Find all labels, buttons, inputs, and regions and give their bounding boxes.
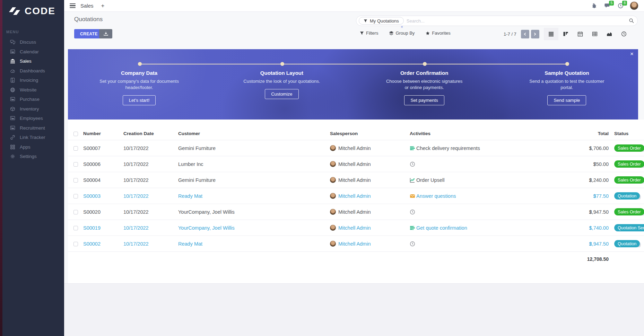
calendar-view-button[interactable] — [573, 28, 588, 40]
row-checkbox[interactable] — [73, 194, 78, 198]
envelope-icon[interactable] — [410, 193, 415, 199]
quotation-number[interactable]: S00004 — [82, 177, 121, 183]
chart-icon[interactable] — [410, 177, 415, 183]
sidebar-item-link-tracker[interactable]: Link Tracker — [0, 133, 64, 142]
header-creation-date[interactable]: Creation Date — [121, 123, 177, 136]
app-logo[interactable]: CODE — [0, 0, 64, 17]
row-checkbox[interactable] — [73, 146, 78, 151]
row-checkbox[interactable] — [73, 178, 78, 183]
header-number[interactable]: Number — [82, 123, 121, 136]
filters-button[interactable]: Filters — [360, 30, 378, 36]
pivot-view-button[interactable] — [588, 28, 602, 40]
header-salesperson[interactable]: Salesperson — [327, 123, 407, 136]
app-title[interactable]: Sales — [80, 3, 94, 9]
sidebar-item-settings[interactable]: Settings — [0, 152, 64, 161]
favorites-button[interactable]: Favorites — [426, 30, 450, 36]
status-badge: Quotation — [614, 192, 640, 200]
step-action-button[interactable]: Let's start! — [123, 95, 156, 105]
sidebar-item-calendar[interactable]: Calendar — [0, 47, 64, 57]
sidebar-item-recruitment[interactable]: Recruitment — [0, 123, 64, 133]
sidebar-item-invoicing[interactable]: $Invoicing — [0, 76, 64, 85]
activity-cell[interactable]: Get quote confirmation — [407, 225, 536, 231]
row-checkbox[interactable] — [73, 162, 78, 167]
sidebar-item-purchase[interactable]: Purchase — [0, 95, 64, 104]
table-row[interactable]: S0000710/17/2022Gemini FurnitureMitchell… — [68, 140, 644, 156]
activity-cell[interactable] — [407, 209, 536, 215]
select-all-checkbox[interactable] — [73, 132, 78, 136]
activity-cell[interactable]: Check delivery requirements — [407, 145, 536, 151]
table-row[interactable]: S0000410/17/2022Gemini FurnitureMitchell… — [68, 172, 644, 188]
link-icon — [10, 135, 15, 140]
new-tab-button[interactable]: + — [101, 2, 105, 9]
activity-cell[interactable] — [407, 161, 536, 167]
quotation-number[interactable]: S00003 — [82, 193, 121, 199]
search-input[interactable] — [407, 18, 629, 24]
tasks-icon[interactable] — [410, 225, 415, 231]
sidebar-item-apps[interactable]: Apps — [0, 142, 64, 152]
list-view-button[interactable] — [544, 28, 558, 40]
status-badge: Sales Order — [614, 176, 644, 184]
sidebar-item-sales[interactable]: Sales — [0, 56, 64, 66]
sidebar-item-label: Apps — [20, 144, 31, 150]
table-row[interactable]: S0000210/17/2022Ready MatMitchell Admin$… — [68, 236, 644, 252]
activity-cell[interactable] — [407, 241, 536, 247]
debug-bug-icon[interactable] — [590, 2, 598, 10]
step-action-button[interactable]: Customize — [265, 89, 298, 99]
quotation-number[interactable]: S00007 — [82, 145, 121, 151]
header-customer[interactable]: Customer — [177, 123, 327, 136]
status-badge: Quotation Sent — [614, 224, 644, 231]
header-status[interactable]: Status — [610, 123, 644, 136]
activities-clock-icon[interactable]: 8 — [617, 2, 624, 10]
quotation-number[interactable]: S00020 — [82, 209, 121, 215]
kanban-view-button[interactable] — [558, 28, 573, 40]
pager-next-button[interactable] — [531, 30, 539, 38]
sidebar-item-inventory[interactable]: Inventory — [0, 104, 64, 114]
export-button[interactable] — [99, 29, 112, 38]
row-checkbox[interactable] — [73, 226, 78, 230]
download-icon — [104, 32, 108, 36]
step-description: Set your company's data for documents he… — [98, 78, 180, 91]
sidebar-item-employees[interactable]: Employees — [0, 114, 64, 123]
activity-view-button[interactable] — [617, 28, 631, 40]
facet-remove-icon[interactable]: × — [401, 25, 403, 29]
creation-date: 10/17/2022 — [121, 193, 177, 199]
sidebar-menu: DiscussCalendarSalesDashboards$Invoicing… — [0, 37, 64, 161]
clock-icon[interactable] — [410, 241, 415, 247]
salesperson-name: Mitchell Admin — [338, 177, 371, 183]
header-activities[interactable]: Activities — [407, 123, 536, 136]
sidebar-item-discuss[interactable]: Discuss — [0, 37, 64, 47]
graph-view-button[interactable] — [602, 28, 617, 40]
screen-icon — [10, 116, 15, 121]
quotation-number[interactable]: S00002 — [82, 241, 121, 247]
row-checkbox[interactable] — [73, 242, 78, 246]
table-row[interactable]: S0000610/17/2022Lumber IncMitchell Admin… — [68, 156, 644, 172]
clock-icon[interactable] — [410, 209, 415, 215]
activity-cell[interactable]: Order Upsell — [407, 177, 536, 183]
table-row[interactable]: S0000310/17/2022Ready MatMitchell AdminA… — [68, 188, 644, 204]
logo-text: CODE — [25, 6, 55, 17]
groupby-button[interactable]: Group By — [389, 30, 415, 36]
messages-icon[interactable]: 5 — [603, 2, 611, 10]
tasks-icon[interactable] — [410, 145, 415, 151]
activity-cell[interactable]: Answer questions — [407, 193, 536, 199]
table-row[interactable]: S0002010/17/2022YourCompany, Joel Willis… — [68, 204, 644, 220]
header-total[interactable]: Total — [536, 123, 610, 136]
activity-view-icon — [621, 31, 627, 37]
quotation-number[interactable]: S00006 — [82, 161, 121, 167]
salesperson-avatar — [330, 145, 336, 151]
clock-icon[interactable] — [410, 161, 415, 167]
user-avatar[interactable] — [630, 1, 638, 10]
search-facet-my-quotations[interactable]: My Quotations — [359, 17, 404, 25]
step-action-button[interactable]: Send sample — [547, 95, 586, 105]
step-action-button[interactable]: Set payments — [404, 95, 444, 105]
sidebar-item-dashboards[interactable]: Dashboards — [0, 66, 64, 76]
sidebar-item-website[interactable]: Website — [0, 85, 64, 95]
breadcrumb[interactable]: Quotations — [74, 16, 103, 23]
pager-previous-button[interactable] — [521, 30, 529, 38]
table-row[interactable]: S0001910/17/2022YourCompany, Joel Willis… — [68, 220, 644, 236]
search-bar[interactable]: My Quotations × — [356, 16, 638, 26]
row-checkbox[interactable] — [73, 210, 78, 214]
hamburger-menu-icon[interactable] — [70, 3, 76, 8]
search-icon[interactable] — [629, 18, 634, 23]
quotation-number[interactable]: S00019 — [82, 225, 121, 231]
